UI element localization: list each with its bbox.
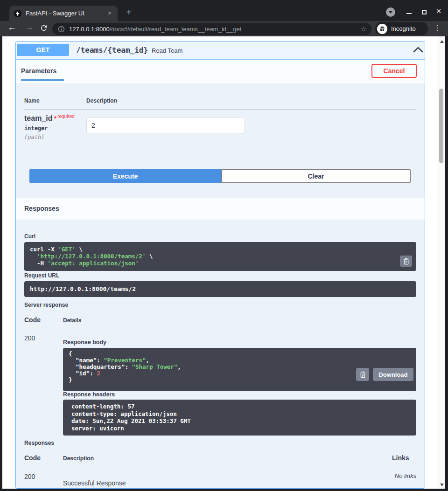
curl-line: 'http://127.0.0.1:8000/teams/2' \ xyxy=(30,253,411,260)
back-button[interactable]: ← xyxy=(7,22,16,33)
tab-active-underline xyxy=(21,79,64,81)
json-line: { xyxy=(69,351,411,357)
new-tab-button[interactable]: + xyxy=(123,7,134,18)
curl-line: curl -X 'GET' \ xyxy=(30,246,411,253)
browser-window: FastAPI - Swagger UI × + × ← → 127.0.0.1… xyxy=(0,0,448,491)
window-close-button[interactable]: × xyxy=(433,5,444,17)
json-line: "name": "Preventers", xyxy=(69,357,411,364)
param-description-header: Description xyxy=(86,97,117,104)
scrollbar-down-arrow[interactable] xyxy=(440,484,444,486)
url-bar[interactable]: 127.0.0.1:8000/docs#/default/read_team_t… xyxy=(52,23,371,35)
required-asterisk: * xyxy=(54,115,56,122)
responses-header-band xyxy=(16,198,425,220)
tab-title: FastAPI - Swagger UI xyxy=(26,10,84,17)
doc-response-code: 200 xyxy=(24,473,35,480)
doc-description-header: Description xyxy=(63,455,94,462)
details-header: Details xyxy=(63,317,81,324)
browser-menu-button[interactable]: ⋮ xyxy=(434,23,441,32)
incognito-badge: Incognito xyxy=(375,22,428,35)
required-label: required xyxy=(57,114,75,119)
response-body-label: Response body xyxy=(63,339,106,346)
header-line: date: Sun,22 Aug 2021 03:53:37 GMT xyxy=(71,417,408,425)
reload-button[interactable] xyxy=(40,24,48,32)
minimize-button[interactable] xyxy=(404,7,413,17)
fastapi-favicon-icon xyxy=(14,10,21,17)
scrollbar-thumb[interactable] xyxy=(439,89,443,163)
header-line: content-type: application/json xyxy=(71,410,408,418)
param-location: (path) xyxy=(24,134,44,140)
parameters-header-band xyxy=(16,60,425,84)
request-url-value: http://127.0.0.1:8000/teams/2 xyxy=(24,281,416,297)
url-path: /docs#/default/read_team_teams__team_id_… xyxy=(110,26,242,33)
execute-button[interactable]: Execute xyxy=(29,169,221,183)
doc-links-header: Links xyxy=(392,454,409,462)
param-name-header: Name xyxy=(24,97,40,104)
team-id-input[interactable] xyxy=(86,117,245,133)
tab-strip: FastAPI - Swagger UI × + × xyxy=(0,0,448,21)
url-text: 127.0.0.1:8000/docs#/default/read_team_t… xyxy=(69,26,241,33)
response-code: 200 xyxy=(24,334,35,342)
endpoint-summary: Read Team xyxy=(152,47,182,54)
collapse-chevron-icon[interactable] xyxy=(413,46,424,53)
bookmark-star-icon[interactable]: ☆ xyxy=(361,25,367,33)
param-name: team_id *required xyxy=(24,114,75,123)
response-headers: content-length: 57content-type: applicat… xyxy=(63,400,416,436)
curl-line: -H 'accept: application/json' xyxy=(30,260,411,267)
response-headers-label: Response headers xyxy=(63,391,115,398)
doc-response-description: Successful Response xyxy=(63,479,126,487)
doc-code-header: Code xyxy=(24,454,41,462)
divider xyxy=(24,328,416,328)
divider xyxy=(24,109,416,110)
curl-command: curl -X 'GET' \ 'http://127.0.0.1:8000/t… xyxy=(24,242,416,271)
maximize-icon xyxy=(422,10,427,14)
header-line: server: uvicorn xyxy=(71,425,408,432)
endpoint-path: /teams/{team_id} xyxy=(76,46,148,55)
copy-curl-button[interactable] xyxy=(400,256,412,267)
incognito-icon xyxy=(377,24,387,34)
tab-parameters[interactable]: Parameters xyxy=(21,67,56,75)
browser-tab[interactable]: FastAPI - Swagger UI × xyxy=(9,6,118,21)
chevron-down-icon xyxy=(389,11,392,14)
request-url-label: Request URL xyxy=(24,272,59,279)
scrollbar-up-arrow[interactable] xyxy=(440,40,444,43)
maximize-button[interactable] xyxy=(420,7,429,17)
site-info-icon[interactable] xyxy=(58,26,65,33)
cancel-button[interactable]: Cancel xyxy=(371,64,417,78)
clear-button[interactable]: Clear xyxy=(221,169,411,183)
doc-response-links: No links xyxy=(395,472,416,479)
copy-response-button[interactable] xyxy=(356,368,369,381)
minimize-icon xyxy=(406,13,412,14)
download-button[interactable]: Download xyxy=(373,368,413,381)
url-host: 127.0.0.1:8000 xyxy=(69,26,110,33)
method-badge: GET xyxy=(17,44,69,56)
server-response-label: Server response xyxy=(24,302,68,308)
divider xyxy=(24,467,416,467)
responses-section-title: Responses xyxy=(24,205,59,212)
param-type: integer xyxy=(24,125,48,131)
header-line: content-length: 57 xyxy=(71,403,408,410)
forward-button[interactable]: → xyxy=(25,22,34,33)
incognito-label: Incognito xyxy=(391,25,416,32)
curl-label: Curl xyxy=(24,233,35,240)
code-header: Code xyxy=(24,316,41,324)
tab-close-icon[interactable]: × xyxy=(106,9,113,17)
doc-responses-label: Responses xyxy=(24,440,54,446)
search-tabs-button[interactable] xyxy=(386,7,395,17)
